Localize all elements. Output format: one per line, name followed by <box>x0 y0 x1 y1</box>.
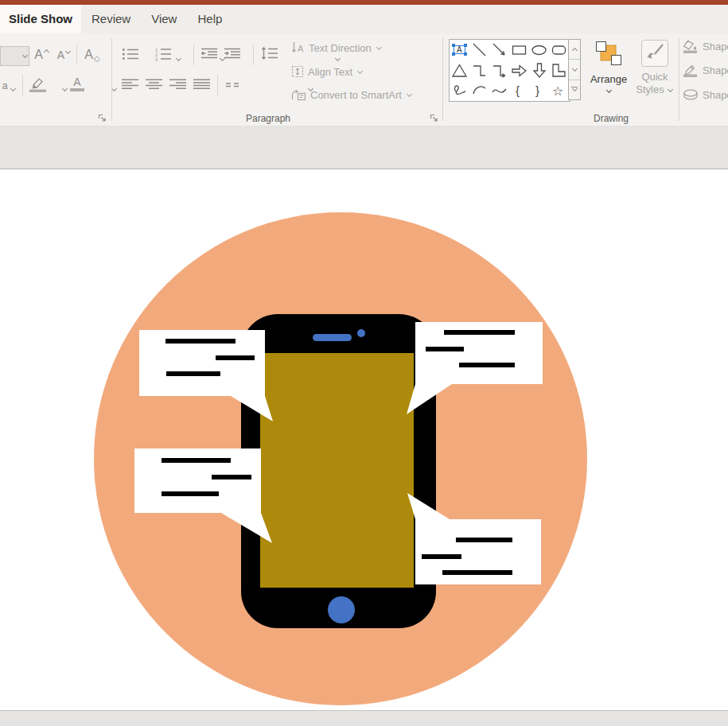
shape-fill-button[interactable]: Shape <box>683 40 728 53</box>
gallery-more-button[interactable] <box>569 80 580 99</box>
shape-fill-label: Shape <box>703 41 728 52</box>
chevron-down-icon <box>334 56 341 63</box>
shape-oval[interactable] <box>529 40 549 60</box>
increase-font-size-button[interactable]: A <box>32 45 53 64</box>
phone-shape[interactable] <box>241 314 436 628</box>
justify-button[interactable] <box>193 78 211 91</box>
chevron-down-icon <box>10 86 17 93</box>
chevron-down-icon <box>21 52 29 60</box>
shape-arrow-down[interactable] <box>529 60 549 80</box>
decrease-indent-icon <box>200 48 218 59</box>
dialog-launcher-icon <box>429 113 439 123</box>
arrange-button[interactable]: Arrange <box>586 40 632 95</box>
quick-styles-icon <box>639 37 671 71</box>
shape-rectangle[interactable] <box>509 40 529 60</box>
shape-elbow-connector[interactable] <box>469 60 489 80</box>
shape-effects-button[interactable]: Shape <box>683 87 728 102</box>
tab-review[interactable]: Review <box>81 5 141 33</box>
svg-text:A: A <box>457 45 462 54</box>
shape-star[interactable]: ☆ <box>549 80 569 100</box>
shape-elbow-arrow-connector[interactable] <box>489 60 509 80</box>
shape-text-box[interactable]: A <box>450 40 469 60</box>
shape-arrow-right[interactable] <box>509 60 529 80</box>
align-left-button[interactable] <box>121 78 139 91</box>
change-case-button[interactable]: a <box>0 76 10 94</box>
chevron-down-icon <box>356 68 364 76</box>
shape-triangle[interactable] <box>450 60 469 80</box>
separator <box>76 45 77 65</box>
letter-a-glyph: a <box>2 80 7 91</box>
text-direction-button[interactable]: A Text Direction <box>291 41 383 54</box>
bullets-button[interactable] <box>121 46 140 62</box>
tab-slide-show[interactable]: Slide Show <box>0 5 81 33</box>
tab-view[interactable]: View <box>141 5 187 33</box>
tab-help[interactable]: Help <box>187 5 232 33</box>
align-right-icon <box>169 79 186 90</box>
workspace-band-top <box>0 126 728 169</box>
star-icon: ☆ <box>550 81 568 99</box>
left-brace-icon: { <box>510 81 528 99</box>
paragraph-dialog-launcher[interactable] <box>428 112 439 123</box>
group-separator <box>679 38 679 121</box>
shape-arc[interactable] <box>469 80 489 100</box>
shape-left-brace[interactable]: { <box>509 80 529 100</box>
chevron-down-icon <box>605 87 613 95</box>
font-dialog-launcher[interactable] <box>96 112 107 123</box>
font-size-combo[interactable] <box>0 46 29 66</box>
columns-icon <box>225 81 239 89</box>
decrease-indent-button[interactable] <box>200 47 219 60</box>
increase-indent-button[interactable] <box>223 47 242 60</box>
letter-A-glyph: A <box>57 49 64 61</box>
svg-text:}: } <box>535 83 539 97</box>
shape-rounded-rectangle[interactable] <box>549 40 569 60</box>
text-bar <box>422 554 461 559</box>
svg-text:{: { <box>516 83 520 97</box>
quick-styles-button[interactable]: Quick Styles <box>633 37 676 96</box>
triangle-icon <box>450 61 469 80</box>
columns-button[interactable] <box>224 80 240 90</box>
rectangle-icon <box>510 41 528 59</box>
paragraph-group-label: Paragraph <box>197 113 340 124</box>
shapes-gallery: A <box>449 39 570 102</box>
arrange-label: Arrange <box>590 73 627 86</box>
slide-illustration <box>0 170 728 710</box>
text-direction-label: Text Direction <box>309 42 372 54</box>
text-highlight-color-button[interactable] <box>27 73 49 95</box>
letter-A-glyph: A <box>73 77 80 87</box>
numbering-button[interactable]: 1 2 3 <box>154 45 173 63</box>
align-right-button[interactable] <box>169 78 187 91</box>
caret-up-icon <box>43 48 50 55</box>
shape-outline-button[interactable]: Shape <box>683 64 728 77</box>
ribbon: A A A ◇ a A <box>0 33 728 126</box>
gallery-scroll-down-button[interactable] <box>569 60 580 80</box>
letter-A-glyph: A <box>34 49 43 61</box>
align-text-button[interactable]: Align Text <box>291 65 364 78</box>
line-arrow-icon <box>490 41 508 59</box>
workspace-band-bottom <box>0 710 728 726</box>
text-bar <box>166 371 220 376</box>
line-spacing-button[interactable] <box>260 46 279 60</box>
align-center-button[interactable] <box>145 78 163 91</box>
shape-curve[interactable] <box>489 80 509 100</box>
phone-speaker <box>313 334 352 341</box>
shape-scribble[interactable] <box>450 80 469 100</box>
convert-to-smartart-button[interactable]: Convert to SmartArt <box>291 89 413 101</box>
shape-line[interactable] <box>469 40 489 60</box>
shape-l-shape[interactable] <box>549 60 569 80</box>
decrease-font-size-button[interactable]: A <box>54 45 75 64</box>
elbow-arrow-connector-icon <box>490 61 508 80</box>
quick-styles-label-line1: Quick <box>641 71 668 83</box>
shapes-gallery-scrollbar <box>568 39 581 100</box>
clear-formatting-button[interactable]: A ◇ <box>80 45 104 64</box>
shape-effects-label: Shape <box>703 89 728 101</box>
svg-text:☆: ☆ <box>552 84 563 98</box>
chevron-up-icon <box>571 46 578 53</box>
chevron-down-icon <box>667 87 674 94</box>
font-color-button[interactable]: A <box>67 73 88 95</box>
shape-arrow[interactable] <box>489 40 509 60</box>
powerpoint-window: Slide Show Review View Help A A A ◇ a <box>0 0 728 726</box>
text-bar <box>459 363 515 367</box>
gallery-scroll-up-button[interactable] <box>569 40 580 60</box>
shape-right-brace[interactable]: } <box>529 80 549 100</box>
drawing-group-label: Drawing <box>579 113 643 124</box>
